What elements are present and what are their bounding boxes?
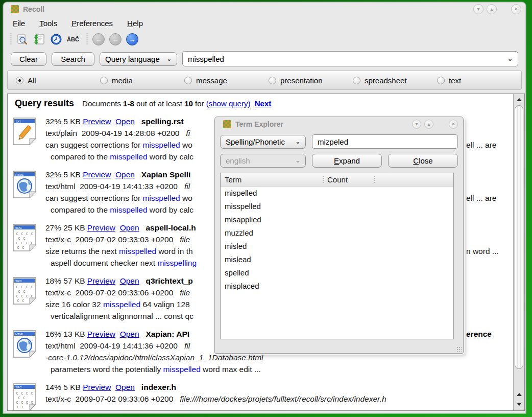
- filter-radio-spreadsheet[interactable]: spreadsheet: [353, 76, 437, 85]
- open-link[interactable]: Open: [115, 170, 135, 179]
- term-row[interactable]: muzzled: [221, 226, 453, 240]
- open-link[interactable]: Open: [115, 383, 135, 391]
- filter-radio-text[interactable]: text: [437, 76, 521, 85]
- preview-link[interactable]: Preview: [83, 383, 111, 391]
- toolbar-handle[interactable]: [10, 33, 12, 45]
- filter-radio-all[interactable]: All: [16, 76, 100, 85]
- text-segment: 1-8: [123, 99, 134, 108]
- result-icon-cell[interactable]: SRCc c c cc cc c c cc c: [13, 381, 45, 410]
- close-icon[interactable]: ✕: [511, 4, 521, 14]
- text-segment: size 16 color 32: [45, 300, 103, 309]
- radio-icon[interactable]: [437, 77, 445, 84]
- chevron-down-icon[interactable]: ⌄: [507, 55, 513, 62]
- preview-link[interactable]: Preview: [87, 223, 115, 232]
- result-icon-cell[interactable]: HTML: [13, 328, 45, 381]
- minimize-icon[interactable]: ▾: [412, 120, 421, 129]
- result-icon-cell[interactable]: TXT: [13, 115, 45, 169]
- count-column-header[interactable]: Count: [325, 175, 348, 184]
- minimize-icon[interactable]: ▾: [473, 4, 483, 14]
- radio-icon[interactable]: [269, 77, 276, 84]
- result-icon-cell[interactable]: SRCc c c cc cc c c cc c: [13, 275, 45, 328]
- expand-button[interactable]: Expand: [312, 154, 382, 168]
- text-segment: [135, 383, 141, 391]
- update-index-icon[interactable]: [32, 32, 46, 47]
- result-icon-cell[interactable]: HTML: [13, 169, 45, 222]
- scroll-down-icon[interactable]: [514, 400, 524, 409]
- filter-radio-media[interactable]: media: [100, 76, 184, 85]
- chevron-down-icon: ⌄: [167, 56, 172, 62]
- term-column-header[interactable]: Term: [221, 175, 325, 184]
- menu-preferences[interactable]: Preferences: [69, 18, 115, 29]
- preview-link[interactable]: Preview: [83, 117, 111, 126]
- history-clock-icon[interactable]: [49, 32, 63, 47]
- svg-text:c c c c: c c c c: [16, 231, 33, 236]
- show-query-link[interactable]: (show query): [206, 99, 251, 108]
- term-row[interactable]: spelled: [221, 266, 453, 280]
- preview-link[interactable]: Preview: [87, 276, 115, 285]
- radio-label: text: [449, 76, 461, 85]
- radio-icon[interactable]: [100, 77, 108, 84]
- term-row[interactable]: misapplied: [221, 213, 453, 226]
- text-segment: 32% 5 KB: [45, 117, 83, 126]
- column-resize-handle[interactable]: [374, 176, 375, 184]
- open-link[interactable]: Open: [120, 276, 139, 285]
- search-input[interactable]: misspelled ⌄: [182, 51, 518, 66]
- maximize-icon[interactable]: ▴: [424, 120, 433, 129]
- close-button[interactable]: Close: [388, 154, 458, 168]
- clear-button[interactable]: Clear: [11, 52, 46, 66]
- text-segment: 14% 5 KB: [45, 383, 83, 391]
- results-scrollbar[interactable]: [513, 94, 524, 410]
- preview-link[interactable]: Preview: [83, 170, 111, 179]
- term-row[interactable]: mislead: [221, 253, 453, 266]
- open-link[interactable]: Open: [120, 330, 139, 338]
- query-language-select[interactable]: Query language ⌄: [100, 52, 177, 66]
- term-row[interactable]: mispelled: [221, 187, 453, 200]
- preview-link[interactable]: Preview: [87, 330, 115, 338]
- text-segment: 10: [184, 99, 193, 108]
- close-icon[interactable]: ✕: [449, 120, 458, 129]
- text-segment: [135, 170, 141, 179]
- nav-first-back-icon: ←: [91, 32, 106, 47]
- scrollbar-thumb[interactable]: [515, 105, 523, 369]
- main-titlebar[interactable]: Recoll ▾ ▴ ✕: [4, 3, 525, 16]
- radio-icon[interactable]: [353, 77, 360, 84]
- filter-radio-presentation[interactable]: presentation: [269, 76, 353, 85]
- nav-back-icon: ←: [108, 32, 123, 47]
- show-missing-helpers-icon[interactable]: [15, 32, 30, 47]
- nav-forward-icon[interactable]: →: [125, 32, 139, 47]
- column-resize-handle[interactable]: [323, 176, 324, 184]
- menu-help[interactable]: Help: [125, 18, 145, 29]
- highlighted-term: misspelled: [110, 205, 147, 214]
- maximize-icon[interactable]: ▴: [487, 4, 497, 14]
- result-icon-cell[interactable]: SRCc c c cc cc c c cc c: [13, 222, 45, 275]
- resize-grip[interactable]: [456, 346, 462, 352]
- menu-file[interactable]: File: [11, 18, 27, 29]
- text-segment: fil: [184, 341, 190, 350]
- text-segment: [111, 117, 115, 126]
- term-input[interactable]: mizpeled: [312, 134, 458, 149]
- dialog-title: Term Explorer: [235, 120, 409, 128]
- text-segment: [115, 276, 120, 285]
- menu-tools[interactable]: Tools: [37, 18, 59, 29]
- table-header[interactable]: Term Count: [221, 173, 453, 187]
- open-link[interactable]: Open: [120, 223, 139, 232]
- term-row[interactable]: misspelled: [221, 200, 453, 213]
- term-row[interactable]: misled: [221, 240, 453, 253]
- scroll-up-icon[interactable]: [514, 95, 524, 104]
- term-explorer-abc-icon[interactable]: ÅBĈ: [66, 32, 80, 47]
- radio-icon[interactable]: [184, 77, 192, 84]
- next-link[interactable]: Next: [255, 99, 272, 108]
- src-file-icon: SRCc c c cc cc c c cc c: [13, 277, 36, 305]
- highlighted-term: misspelled: [119, 247, 156, 256]
- highlighted-term: misspelling: [157, 259, 197, 267]
- expansion-type-select[interactable]: Spelling/Phonetic ⌄: [220, 135, 306, 149]
- dialog-titlebar[interactable]: Term Explorer ▾ ▴ ✕: [215, 117, 463, 131]
- scroll-up-icon[interactable]: [514, 390, 524, 399]
- clipped-text-fragment: erence: [466, 328, 492, 340]
- open-link[interactable]: Open: [115, 117, 135, 126]
- results-header: Query results Documents 1-8 out of at le…: [13, 98, 513, 115]
- radio-icon[interactable]: [16, 77, 23, 84]
- filter-radio-message[interactable]: message: [184, 76, 269, 85]
- term-row[interactable]: misplaced: [221, 280, 453, 293]
- search-button[interactable]: Search: [52, 52, 94, 66]
